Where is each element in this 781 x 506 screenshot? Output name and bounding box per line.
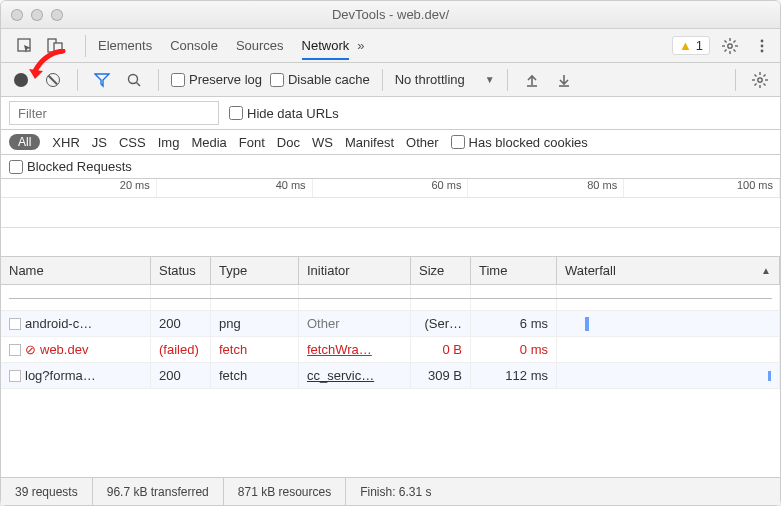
window-title: DevTools - web.dev/: [1, 7, 780, 22]
disable-cache-checkbox[interactable]: Disable cache: [270, 72, 370, 87]
type-css[interactable]: CSS: [119, 135, 146, 150]
type-other[interactable]: Other: [406, 135, 439, 150]
waterfall-bar: [768, 371, 771, 381]
settings-icon[interactable]: [718, 34, 742, 58]
warning-count: 1: [696, 38, 703, 53]
col-initiator[interactable]: Initiator: [299, 257, 411, 284]
svg-line-11: [734, 40, 736, 42]
type-img[interactable]: Img: [158, 135, 180, 150]
filter-input[interactable]: [9, 101, 219, 125]
table-row[interactable]: [1, 285, 780, 311]
status-finish: Finish: 6.31 s: [346, 478, 445, 505]
svg-point-3: [728, 43, 732, 47]
col-name[interactable]: Name: [1, 257, 151, 284]
svg-line-10: [725, 49, 727, 51]
type-js[interactable]: JS: [92, 135, 107, 150]
tab-network[interactable]: Network: [302, 32, 350, 60]
network-toolbar: Preserve log Disable cache No throttling…: [1, 63, 780, 97]
svg-line-24: [755, 74, 757, 76]
preserve-log-checkbox[interactable]: Preserve log: [171, 72, 262, 87]
timeline-overview[interactable]: 20 ms40 ms60 ms80 ms100 ms: [1, 179, 780, 257]
col-size[interactable]: Size: [411, 257, 471, 284]
tab-console[interactable]: Console: [170, 32, 218, 59]
import-har-icon[interactable]: [520, 68, 544, 92]
warnings-badge[interactable]: ▲ 1: [672, 36, 710, 55]
titlebar: DevTools - web.dev/: [1, 1, 780, 29]
devtools-window: DevTools - web.dev/ ElementsConsoleSourc…: [0, 0, 781, 506]
blocked-requests-checkbox[interactable]: Blocked Requests: [9, 159, 132, 174]
svg-point-14: [761, 49, 764, 52]
type-manifest[interactable]: Manifest: [345, 135, 394, 150]
svg-point-12: [761, 39, 764, 42]
tab-elements[interactable]: Elements: [98, 32, 152, 59]
error-icon: ⊘: [25, 342, 36, 357]
divider: [85, 35, 86, 57]
requests-table: Name Status Type Initiator Size Time Wat…: [1, 257, 780, 477]
tab-list: ElementsConsoleSourcesNetwork: [98, 32, 349, 60]
svg-line-27: [764, 74, 766, 76]
status-resources: 871 kB resources: [224, 478, 346, 505]
col-status[interactable]: Status: [151, 257, 211, 284]
more-tabs[interactable]: »: [357, 32, 364, 59]
hide-data-urls-checkbox[interactable]: Hide data URLs: [229, 106, 339, 121]
row-checkbox[interactable]: [9, 344, 21, 356]
table-row[interactable]: ⊘web.dev(failed)fetchfetchWra…0 B0 ms: [1, 337, 780, 363]
kebab-menu-icon[interactable]: [750, 34, 774, 58]
table-body: android-c…200pngOther(Ser…6 ms⊘web.dev(f…: [1, 285, 780, 477]
record-button[interactable]: [9, 68, 33, 92]
warning-icon: ▲: [679, 38, 692, 53]
throttling-select[interactable]: No throttling ▼: [395, 72, 495, 87]
tab-sources[interactable]: Sources: [236, 32, 284, 59]
svg-line-26: [755, 83, 757, 85]
filter-row: Hide data URLs: [1, 97, 780, 130]
type-all-pill[interactable]: All: [9, 134, 40, 150]
svg-point-13: [761, 44, 764, 47]
type-doc[interactable]: Doc: [277, 135, 300, 150]
chevron-down-icon: ▼: [485, 74, 495, 85]
clear-button[interactable]: [41, 68, 65, 92]
status-requests: 39 requests: [1, 478, 93, 505]
svg-line-9: [734, 49, 736, 51]
row-checkbox[interactable]: [9, 318, 21, 330]
svg-point-19: [758, 77, 762, 81]
table-header: Name Status Type Initiator Size Time Wat…: [1, 257, 780, 285]
svg-rect-2: [54, 43, 62, 53]
table-row[interactable]: log?forma…200fetchcc_servic…309 B112 ms: [1, 363, 780, 389]
col-time[interactable]: Time: [471, 257, 557, 284]
has-blocked-cookies-checkbox[interactable]: Has blocked cookies: [451, 135, 588, 150]
blocked-requests-row: Blocked Requests: [1, 155, 780, 179]
table-row[interactable]: android-c…200pngOther(Ser…6 ms: [1, 311, 780, 337]
svg-line-8: [725, 40, 727, 42]
filter-icon[interactable]: [90, 68, 114, 92]
network-settings-icon[interactable]: [748, 68, 772, 92]
col-type[interactable]: Type: [211, 257, 299, 284]
waterfall-bar: [585, 317, 589, 331]
type-filter-row: All XHRJSCSSImgMediaFontDocWSManifestOth…: [1, 130, 780, 155]
status-transferred: 96.7 kB transferred: [93, 478, 224, 505]
type-font[interactable]: Font: [239, 135, 265, 150]
type-xhr[interactable]: XHR: [52, 135, 79, 150]
type-ws[interactable]: WS: [312, 135, 333, 150]
export-har-icon[interactable]: [552, 68, 576, 92]
svg-line-16: [137, 82, 141, 86]
svg-line-25: [764, 83, 766, 85]
inspect-element-icon[interactable]: [13, 34, 37, 58]
device-toolbar-icon[interactable]: [43, 34, 67, 58]
status-bar: 39 requests 96.7 kB transferred 871 kB r…: [1, 477, 780, 505]
search-icon[interactable]: [122, 68, 146, 92]
panel-tabs: ElementsConsoleSourcesNetwork » ▲ 1: [1, 29, 780, 63]
type-media[interactable]: Media: [191, 135, 226, 150]
col-waterfall[interactable]: Waterfall: [557, 257, 780, 284]
row-checkbox[interactable]: [9, 370, 21, 382]
svg-point-15: [129, 74, 138, 83]
